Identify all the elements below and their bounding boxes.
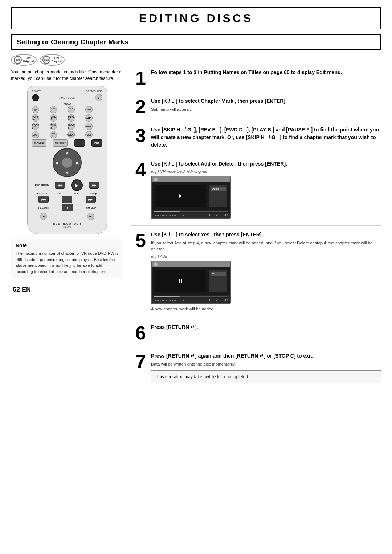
power-label: POWER	[32, 90, 41, 93]
transport-labels-1: ▶X1.3/0.8 SKIP PAUSE SKIP▶	[32, 192, 102, 195]
screen-timecode-4: JAN/ 1/07 12:00AM L1: LP	[154, 214, 184, 217]
audio-button[interactable]: AUD	[85, 114, 93, 122]
menu-list-button[interactable]: MENU/LIST	[53, 139, 68, 147]
def-group[interactable]: DEF2	[68, 106, 75, 113]
power-button[interactable]	[32, 94, 39, 101]
enter-button[interactable]: ENT	[91, 139, 102, 147]
screen-menu-4: Delete	[209, 185, 227, 207]
control-grid: DISP SP0 CLEAR SET	[32, 131, 102, 138]
space-button[interactable]: SP0	[50, 131, 57, 138]
step-4: 4 Use [K / L ] to select Add or Delete ,…	[131, 160, 381, 226]
nav-ring: ▲ ▼ ◀ ▶	[53, 148, 82, 177]
cm-skip-button[interactable]: ⏭	[87, 213, 94, 220]
left-column: You can put chapter marks in each title.…	[11, 69, 123, 393]
step-3-number: 3	[131, 126, 146, 150]
remote-top-labels: POWER OPEN/CLOSE	[32, 90, 102, 93]
section-title: Setting or Clearing Chapter Marks	[11, 34, 381, 50]
screen-header-icon-5	[154, 262, 158, 266]
page-number: 62 EN	[11, 286, 123, 293]
step-2: 2 Use [K / L ] to select Chapter Mark , …	[131, 97, 381, 121]
step-2-text: Use [K / L ] to select Chapter Mark , th…	[151, 97, 381, 105]
top-menu-button[interactable]: TOP MENU	[32, 139, 46, 147]
play-indicator-4	[179, 194, 182, 198]
nav-left-arrow[interactable]: ◀	[55, 161, 58, 165]
pause-button[interactable]: ⏸	[62, 196, 72, 203]
nav-down-arrow[interactable]: ▼	[65, 171, 69, 175]
mno-group[interactable]: MNO6	[68, 114, 75, 122]
nav-up-arrow[interactable]: ▲	[65, 151, 69, 155]
dvd-label-2: RWPlaylist	[52, 57, 62, 63]
main-layout: You can put chapter marks in each title.…	[11, 69, 381, 393]
transport-row-1: REC SPEED ◀◀ ▶ ▶▶	[32, 179, 102, 191]
open-close-button[interactable]: ▲	[95, 94, 102, 101]
input-select-button[interactable]: INP	[85, 106, 93, 113]
note-text: The maximum number of chapter for VRmode…	[16, 250, 119, 274]
repeat-button[interactable]: REP	[85, 123, 93, 130]
jkl-group[interactable]: JKL5	[50, 114, 57, 122]
transport-row-2: |◀◀ ⏸ ▶▶|	[32, 196, 102, 203]
rev-button[interactable]: ◀◀	[55, 182, 65, 189]
disc-circle-1: DVD	[14, 56, 22, 64]
step-1-number: 1	[131, 69, 146, 87]
return-button[interactable]: ↵	[74, 139, 85, 147]
x-speed-label: ▶X1.3/0.8	[37, 192, 47, 195]
screen-video-4	[155, 185, 206, 207]
cm-skip-label: CM SKIP	[86, 207, 96, 209]
screen-progress-4	[154, 211, 228, 212]
number-grid-3: PQRS7 TUV8 WXYZ9 REP	[32, 123, 102, 130]
step-6: 6 Press [RETURN ↵].	[131, 323, 381, 347]
remote-power-row: TIMER ZOOM ▲	[32, 94, 102, 101]
rec-speed-label: REC SPEED	[35, 184, 49, 187]
step-5-italic: e.g.) Add	[151, 254, 381, 258]
step-3-content: Use [SKIP H / G ], [REV E ], [FWD D ], […	[151, 126, 381, 150]
at-button[interactable]: @	[32, 106, 39, 113]
pause-bar-1	[179, 279, 180, 283]
stop-button[interactable]: ■	[62, 204, 73, 211]
fwd-button[interactable]: ▶▶	[89, 182, 99, 189]
step-5-content: Use [K / L ] to select Yes , then press …	[151, 231, 381, 314]
nav-right-arrow[interactable]: ▶	[76, 161, 79, 165]
screen-counter-5: 1 : 25 : 47	[209, 299, 228, 302]
step-7-subtext: Data will be written onto the disc momen…	[151, 361, 381, 367]
remote-control: POWER OPEN/CLOSE TIMER ZOOM ▲ PROG	[27, 86, 107, 234]
play-button[interactable]: ▶	[71, 179, 83, 191]
timer-label: TIMER	[59, 97, 67, 99]
screen-footer-5: JAN/ 1/07 12:00AM L1: LP 1 : 25 : 47	[152, 298, 230, 303]
remote-container: POWER OPEN/CLOSE TIMER ZOOM ▲ PROG	[11, 86, 123, 234]
step-5-subtext1: If you select Add at step 4, a new chapt…	[151, 240, 381, 253]
note-title: Note	[16, 243, 119, 248]
dvd-icons: DVD RWOriginal DVD RWPlaylist	[11, 54, 381, 66]
step-4-italic: e.g.) VRmode DVD-RW original	[151, 169, 381, 174]
menu-row: TOP MENU MENU/LIST ↵ ENT	[32, 139, 102, 147]
pqrs-group[interactable]: PQRS7	[32, 123, 39, 130]
screen-header-5	[152, 261, 230, 267]
step-6-text: Press [RETURN ↵].	[151, 323, 381, 331]
clear-button[interactable]: CLEAR	[68, 131, 75, 138]
screen-footer-4: JAN/ 1/07 12:00AM L1: LP 1 : 25 : 47	[152, 213, 230, 218]
number-grid-2: GHI4 JKL5 MNO6 AUD	[32, 114, 102, 122]
screen-progress-fill-5	[154, 296, 180, 297]
timer-zoom-group: TIMER ZOOM	[59, 97, 75, 99]
nav-center-button[interactable]	[62, 157, 73, 168]
step-7-number: 7	[131, 352, 146, 383]
step-4-text: Use [K / L ] to select Add or Delete , t…	[151, 160, 381, 168]
step-5-after-text: A new chapter mark will be added.	[151, 306, 381, 312]
rec-otr-button[interactable]: ⏺	[40, 213, 47, 220]
setup-button[interactable]: SET	[85, 131, 93, 138]
skip-fwd-button[interactable]: ▶▶|	[86, 196, 96, 203]
skip-fwd-label: SKIP▶	[90, 192, 97, 195]
ghi-group[interactable]: GHI4	[32, 114, 39, 122]
abc-group[interactable]: ABC1	[50, 106, 57, 113]
screen-timecode-5: JAN/ 1/07 12:00AM L1: LP	[154, 299, 184, 302]
skip-back-button[interactable]: |◀◀	[38, 196, 49, 203]
dvd-icon-original: DVD RWOriginal	[11, 54, 37, 66]
wxyz-group[interactable]: WXYZ9	[68, 123, 75, 130]
dvd-recorder-label: DVD RECORDER	[32, 222, 102, 225]
screen-header-icon-4	[154, 178, 158, 181]
number-grid: @ ABC1 DEF2 INP	[32, 106, 102, 113]
tuv-group[interactable]: TUV8	[50, 123, 57, 130]
screen-header-4	[152, 176, 230, 182]
tip-text-7: This operation may take awhile to be com…	[156, 374, 249, 379]
dvd-label-1: RWOriginal	[23, 57, 34, 63]
display-button[interactable]: DISP	[32, 131, 39, 138]
